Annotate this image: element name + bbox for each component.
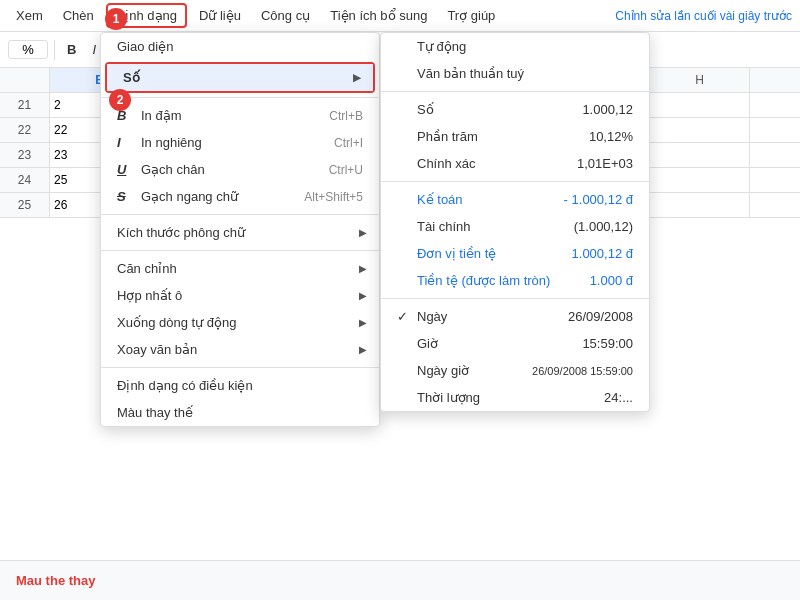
- ngay-label: Ngày: [417, 309, 447, 324]
- sub-sep-3: [381, 298, 649, 299]
- row-num-21: 21: [0, 93, 50, 117]
- gach-chan-shortcut: Ctrl+U: [329, 163, 363, 177]
- sep-2: [101, 214, 379, 215]
- dropdown-item-xoay[interactable]: Xoay văn bản: [101, 336, 379, 363]
- toolbar-separator-1: [54, 40, 55, 60]
- in-dam-label: In đậm: [141, 108, 182, 123]
- row-num-24: 24: [0, 168, 50, 192]
- sub-item-van-ban[interactable]: Văn bản thuần tuý: [381, 60, 649, 87]
- gio-label: Giờ: [417, 336, 438, 351]
- sub-item-so[interactable]: Số 1.000,12: [381, 96, 649, 123]
- don-vi-label: Đơn vị tiền tệ: [417, 246, 496, 261]
- so-submenu[interactable]: Tự động Văn bản thuần tuý Số 1.000,12 Ph…: [380, 32, 650, 412]
- bottom-text-label: Mau the thay: [16, 573, 95, 588]
- dropdown-item-kich-thuoc[interactable]: Kích thước phông chữ: [101, 219, 379, 246]
- sub-item-chinh-xac[interactable]: Chính xác 1,01E+03: [381, 150, 649, 177]
- dropdown-item-mau-thay-the[interactable]: Màu thay thế: [101, 399, 379, 426]
- tai-chinh-value: (1.000,12): [574, 219, 633, 234]
- don-vi-value: 1.000,12 đ: [572, 246, 633, 261]
- tien-te-tron-value: 1.000 đ: [590, 273, 633, 288]
- menu-bar: Xem Chèn Định dạng Dữ liệu Công cụ Tiện …: [0, 0, 800, 32]
- gio-value: 15:59:00: [582, 336, 633, 351]
- ngay-gio-value: 26/09/2008 15:59:00: [532, 365, 633, 377]
- cell-24-h[interactable]: [650, 168, 750, 192]
- chinh-xac-label: Chính xác: [417, 156, 476, 171]
- dinh-dang-dk-label: Định dạng có điều kiện: [117, 378, 253, 393]
- menu-chen[interactable]: Chèn: [55, 5, 102, 26]
- ke-toan-value: - 1.000,12 đ: [564, 192, 633, 207]
- menu-xem[interactable]: Xem: [8, 5, 51, 26]
- row-num-25: 25: [0, 193, 50, 217]
- row-num-header: [0, 68, 50, 92]
- dropdown-item-in-dam[interactable]: B In đậm Ctrl+B: [101, 102, 379, 129]
- step-2-badge: 2: [109, 89, 131, 111]
- dropdown-item-giao-dien[interactable]: Giao diện: [101, 33, 379, 60]
- dropdown-item-gach-ngang[interactable]: S Gạch ngang chữ Alt+Shift+5: [101, 183, 379, 210]
- tien-te-tron-label: Tiền tệ (được làm tròn): [417, 273, 550, 288]
- percent-input[interactable]: [8, 40, 48, 59]
- sep-3: [101, 250, 379, 251]
- bottom-bar: Mau the thay: [0, 560, 800, 600]
- dropdown-item-xuong-dong[interactable]: Xuống dòng tự động: [101, 309, 379, 336]
- sub-item-ke-toan[interactable]: Kế toán - 1.000,12 đ: [381, 186, 649, 213]
- ngay-value: 26/09/2008: [568, 309, 633, 324]
- thoi-luong-label: Thời lượng: [417, 390, 480, 405]
- dropdown-item-gach-chan[interactable]: U Gạch chân Ctrl+U: [101, 156, 379, 183]
- van-ban-label: Văn bản thuần tuý: [417, 66, 524, 81]
- sep-1: [101, 97, 379, 98]
- dropdown-item-hop-nhat[interactable]: Hợp nhất ô: [101, 282, 379, 309]
- dropdown-item-dinh-dang-dk[interactable]: Định dạng có điều kiện: [101, 372, 379, 399]
- sep-4: [101, 367, 379, 368]
- cell-23-h[interactable]: [650, 143, 750, 167]
- sub-sep-1: [381, 91, 649, 92]
- cell-21-h[interactable]: [650, 93, 750, 117]
- ngay-gio-label: Ngày giờ: [417, 363, 469, 378]
- tu-dong-label: Tự động: [417, 39, 466, 54]
- so-value: 1.000,12: [582, 102, 633, 117]
- bold-button[interactable]: B: [61, 40, 82, 59]
- sub-item-don-vi-tien-te[interactable]: Đơn vị tiền tệ 1.000,12 đ: [381, 240, 649, 267]
- last-edit-link[interactable]: Chỉnh sửa lần cuối vài giây trước: [615, 9, 792, 23]
- strike-prefix-icon: S: [117, 189, 137, 204]
- giao-dien-label: Giao diện: [117, 39, 173, 54]
- so-label: Số: [417, 102, 434, 117]
- cell-25-h[interactable]: [650, 193, 750, 217]
- dropdown-item-in-nghieng[interactable]: I In nghiêng Ctrl+I: [101, 129, 379, 156]
- sub-item-ngay-gio[interactable]: Ngày giờ 26/09/2008 15:59:00: [381, 357, 649, 384]
- mau-thay-the-label: Màu thay thế: [117, 405, 193, 420]
- ke-toan-label: Kế toán: [417, 192, 463, 207]
- xoay-label: Xoay văn bản: [117, 342, 197, 357]
- menu-dinh-dang[interactable]: Định dạng: [106, 3, 187, 28]
- sub-item-gio[interactable]: Giờ 15:59:00: [381, 330, 649, 357]
- in-dam-shortcut: Ctrl+B: [329, 109, 363, 123]
- menu-cong-cu[interactable]: Công cụ: [253, 5, 318, 26]
- sub-item-tai-chinh[interactable]: Tài chính (1.000,12): [381, 213, 649, 240]
- gach-ngang-label: Gạch ngang chữ: [141, 189, 238, 204]
- underline-prefix-icon: U: [117, 162, 137, 177]
- chinh-xac-value: 1,01E+03: [577, 156, 633, 171]
- sub-item-tu-dong[interactable]: Tự động: [381, 33, 649, 60]
- in-nghieng-shortcut: Ctrl+I: [334, 136, 363, 150]
- phan-tram-label: Phần trăm: [417, 129, 478, 144]
- sub-item-phan-tram[interactable]: Phần trăm 10,12%: [381, 123, 649, 150]
- gach-chan-label: Gạch chân: [141, 162, 205, 177]
- sub-item-ngay[interactable]: ✓ Ngày 26/09/2008: [381, 303, 649, 330]
- so-label: Số: [123, 70, 140, 85]
- row-num-23: 23: [0, 143, 50, 167]
- sub-item-tien-te-tron[interactable]: Tiền tệ (được làm tròn) 1.000 đ: [381, 267, 649, 294]
- tai-chinh-label: Tài chính: [417, 219, 470, 234]
- kich-thuoc-label: Kích thước phông chữ: [117, 225, 245, 240]
- can-chinh-label: Căn chỉnh: [117, 261, 177, 276]
- col-header-h: H: [650, 68, 750, 92]
- menu-du-lieu[interactable]: Dữ liệu: [191, 5, 249, 26]
- menu-tien-ich[interactable]: Tiện ích bổ sung: [322, 5, 435, 26]
- sub-sep-2: [381, 181, 649, 182]
- in-nghieng-label: In nghiêng: [141, 135, 202, 150]
- main-dropdown-menu[interactable]: Giao diện Số 2 B In đậm Ctrl+B I In nghi…: [100, 32, 380, 427]
- cell-22-h[interactable]: [650, 118, 750, 142]
- dropdown-item-can-chinh[interactable]: Căn chỉnh: [101, 255, 379, 282]
- dropdown-item-so[interactable]: Số: [107, 64, 373, 91]
- sub-item-thoi-luong[interactable]: Thời lượng 24:...: [381, 384, 649, 411]
- row-num-22: 22: [0, 118, 50, 142]
- menu-tro-giup[interactable]: Trợ giúp: [439, 5, 503, 26]
